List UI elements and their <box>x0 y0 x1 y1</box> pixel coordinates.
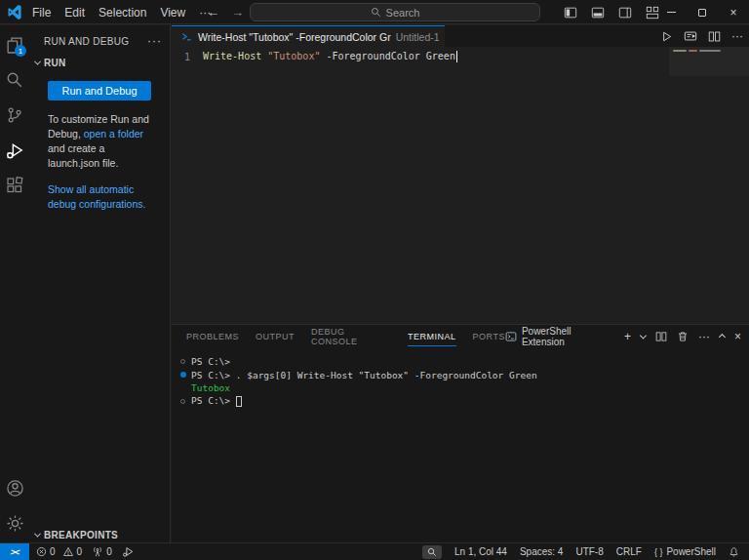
editor-more-actions-icon[interactable]: ··· <box>731 30 743 42</box>
editor-body[interactable]: 1 Write-Host "Tutobox" -ForegroundColor … <box>172 47 749 324</box>
warning-icon <box>62 546 74 557</box>
menu-item-edit[interactable]: Edit <box>58 4 92 21</box>
command-decoration-icon[interactable] <box>178 372 187 378</box>
menu-item-file[interactable]: File <box>25 4 58 21</box>
explorer-badge: 1 <box>15 45 26 57</box>
terminal-line: Tutobox <box>178 381 749 395</box>
search-placeholder: Search <box>386 7 420 19</box>
activity-bar: 1 <box>0 25 29 542</box>
debug-status[interactable] <box>122 545 135 558</box>
show-debug-configurations-link[interactable]: Show all automatic debug configurations. <box>48 182 156 212</box>
remote-indicator-button[interactable]: >< <box>0 543 29 560</box>
titlebar: FileEditSelectionView··· ← → Search × <box>0 0 749 24</box>
terminal-output[interactable]: PS C:\>PS C:\> . $args[0] Write-Host "Tu… <box>172 348 749 408</box>
debug-alt-icon <box>122 545 135 558</box>
cursor-position-status[interactable]: Ln 1, Col 44 <box>454 546 507 557</box>
open-a-folder-link[interactable]: open a folder <box>84 128 143 140</box>
panel-tab-ports[interactable]: PORTS <box>473 325 505 348</box>
menu-bar: FileEditSelectionView··· <box>25 0 217 24</box>
kill-terminal-trash-icon[interactable] <box>677 331 689 342</box>
terminal-text: PS C:\> <box>191 356 230 367</box>
run-or-debug-menu-icon[interactable] <box>684 29 697 43</box>
command-decoration-icon[interactable] <box>178 399 187 404</box>
menu-item-view[interactable]: View <box>153 4 192 21</box>
accounts-icon[interactable] <box>0 470 29 505</box>
ports-status[interactable]: 0 <box>92 546 112 558</box>
terminal-line: PS C:\> . $args[0] Write-Host "Tutobox" … <box>178 369 749 382</box>
search-view-icon[interactable] <box>0 62 29 98</box>
new-terminal-icon[interactable]: + <box>624 331 631 342</box>
error-icon <box>36 546 47 557</box>
indentation-status[interactable]: Spaces: 4 <box>520 546 563 557</box>
chevron-down-icon <box>34 59 41 65</box>
explorer-icon[interactable]: 1 <box>0 27 29 62</box>
code-token: -ForegroundColor Green <box>320 51 454 61</box>
split-terminal-icon[interactable] <box>655 331 667 342</box>
customize-hint-text: To customize Run and Debug, open a folde… <box>48 112 156 171</box>
panel-tab-debug-console[interactable]: DEBUG CONSOLE <box>311 325 391 348</box>
powershell-terminal-icon <box>505 331 517 342</box>
powershell-file-icon <box>180 30 193 43</box>
terminal-cursor <box>236 396 242 407</box>
split-editor-icon[interactable] <box>708 30 721 43</box>
magnifier-icon <box>427 547 437 557</box>
error-count: 0 <box>50 546 56 557</box>
encoding-status[interactable]: UTF-8 <box>575 546 603 557</box>
terminal-text: Tutobox <box>191 382 230 393</box>
menu-item-selection[interactable]: Selection <box>92 4 153 21</box>
navigate-forward-icon[interactable]: → <box>231 5 244 20</box>
extensions-icon[interactable] <box>0 168 29 203</box>
line-number: 1 <box>172 52 203 62</box>
braces-icon: { } <box>654 547 663 557</box>
zoom-status-chip[interactable] <box>422 545 442 559</box>
sidebar-more-actions-icon[interactable]: ··· <box>147 34 162 48</box>
toggle-panel-icon[interactable] <box>591 6 605 20</box>
eol-status[interactable]: CRLF <box>616 546 642 557</box>
run-file-icon[interactable] <box>660 30 673 43</box>
panel-tab-terminal[interactable]: TERMINAL <box>408 325 456 348</box>
source-control-icon[interactable] <box>0 98 29 133</box>
run-section-label: RUN <box>44 58 66 68</box>
panel-tab-problems[interactable]: PROBLEMS <box>186 325 239 348</box>
language-mode-status[interactable]: { } PowerShell <box>654 546 716 557</box>
toggle-secondary-sidebar-icon[interactable] <box>618 6 632 20</box>
panel-tab-output[interactable]: OUTPUT <box>256 325 295 348</box>
terminal-profile-chevron-icon[interactable] <box>640 332 647 339</box>
tab-secondary-label: Untitled-1 <box>396 31 440 43</box>
notifications-bell-icon[interactable] <box>729 546 739 558</box>
panel-more-actions-icon[interactable]: ··· <box>698 331 710 342</box>
search-icon <box>371 7 381 18</box>
code-line[interactable]: Write-Host "Tutobox" -ForegroundColor Gr… <box>203 51 457 62</box>
editor-tab-untitled-1[interactable]: Write-Host "Tutobox" -ForegroundColor Gr… <box>172 25 445 47</box>
hint-post: and create a launch.json file. <box>48 142 118 169</box>
maximize-panel-chevron-icon[interactable] <box>719 333 726 340</box>
settings-gear-icon[interactable] <box>0 505 29 540</box>
text-cursor <box>456 51 457 62</box>
run-and-debug-button[interactable]: Run and Debug <box>48 81 151 100</box>
sidebar-title: RUN AND DEBUG <box>44 36 147 47</box>
close-button[interactable]: × <box>718 0 749 24</box>
problems-status[interactable]: 0 0 <box>36 546 82 557</box>
remote-icon: >< <box>10 547 20 557</box>
run-section-header[interactable]: RUN <box>29 52 170 68</box>
minimap[interactable] <box>669 47 749 76</box>
run-and-debug-icon[interactable] <box>0 133 29 168</box>
minimize-button[interactable] <box>655 0 687 24</box>
navigate-back-icon[interactable]: ← <box>207 5 219 20</box>
warning-count: 0 <box>77 546 83 557</box>
terminal-text: PS C:\> . $args[0] Write-Host "Tutobox" … <box>191 370 537 380</box>
code-token: "Tutobox" <box>267 51 320 61</box>
command-decoration-icon[interactable] <box>178 359 187 364</box>
breakpoints-section-header[interactable]: BREAKPOINTS <box>29 527 170 542</box>
radio-tower-icon <box>92 546 103 558</box>
command-center-search[interactable]: Search <box>250 3 540 21</box>
toggle-primary-sidebar-icon[interactable] <box>564 6 577 20</box>
code-token: Write-Host <box>203 51 261 61</box>
panel: PROBLEMSOUTPUTDEBUG CONSOLETERMINALPORTS… <box>172 324 749 542</box>
maximize-button[interactable] <box>687 0 718 24</box>
sidebar-run-and-debug: RUN AND DEBUG ··· RUN Run and Debug To c… <box>29 25 171 542</box>
close-panel-icon[interactable]: × <box>734 331 741 342</box>
terminal-text: PS C:\> <box>191 395 242 407</box>
ports-count: 0 <box>106 546 112 557</box>
terminal-instance-powershell[interactable]: PowerShell Extension <box>505 326 614 347</box>
